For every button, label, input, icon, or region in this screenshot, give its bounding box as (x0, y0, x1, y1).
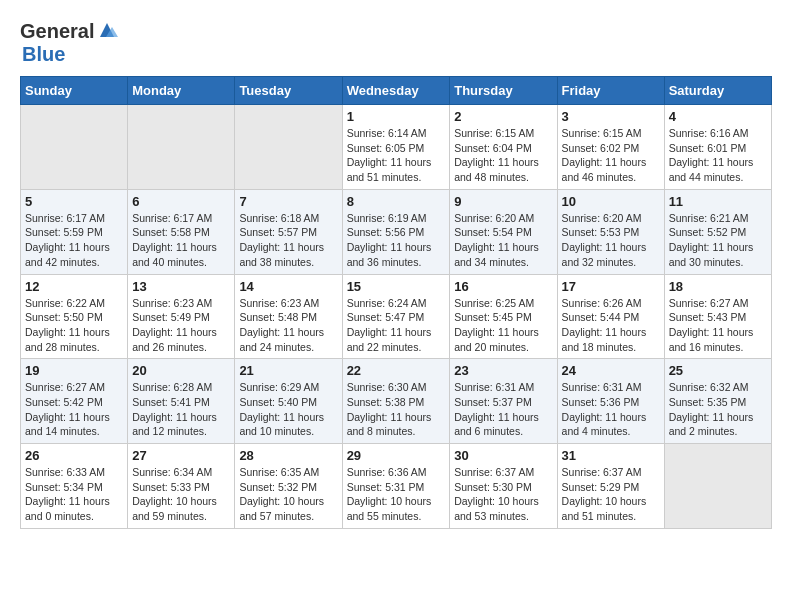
day-number: 7 (239, 194, 337, 209)
day-number: 23 (454, 363, 552, 378)
empty-cell (235, 105, 342, 190)
empty-cell (664, 444, 771, 529)
day-cell-2: 2Sunrise: 6:15 AM Sunset: 6:04 PM Daylig… (450, 105, 557, 190)
day-number: 22 (347, 363, 446, 378)
day-cell-22: 22Sunrise: 6:30 AM Sunset: 5:38 PM Dayli… (342, 359, 450, 444)
day-info: Sunrise: 6:36 AM Sunset: 5:31 PM Dayligh… (347, 465, 446, 524)
day-cell-14: 14Sunrise: 6:23 AM Sunset: 5:48 PM Dayli… (235, 274, 342, 359)
day-info: Sunrise: 6:30 AM Sunset: 5:38 PM Dayligh… (347, 380, 446, 439)
day-info: Sunrise: 6:18 AM Sunset: 5:57 PM Dayligh… (239, 211, 337, 270)
day-cell-1: 1Sunrise: 6:14 AM Sunset: 6:05 PM Daylig… (342, 105, 450, 190)
day-cell-4: 4Sunrise: 6:16 AM Sunset: 6:01 PM Daylig… (664, 105, 771, 190)
logo-icon (96, 19, 118, 41)
day-cell-13: 13Sunrise: 6:23 AM Sunset: 5:49 PM Dayli… (128, 274, 235, 359)
day-cell-24: 24Sunrise: 6:31 AM Sunset: 5:36 PM Dayli… (557, 359, 664, 444)
day-info: Sunrise: 6:17 AM Sunset: 5:59 PM Dayligh… (25, 211, 123, 270)
day-number: 12 (25, 279, 123, 294)
day-number: 10 (562, 194, 660, 209)
day-number: 19 (25, 363, 123, 378)
day-number: 1 (347, 109, 446, 124)
day-cell-18: 18Sunrise: 6:27 AM Sunset: 5:43 PM Dayli… (664, 274, 771, 359)
day-number: 29 (347, 448, 446, 463)
day-number: 15 (347, 279, 446, 294)
day-cell-5: 5Sunrise: 6:17 AM Sunset: 5:59 PM Daylig… (21, 189, 128, 274)
day-number: 16 (454, 279, 552, 294)
day-info: Sunrise: 6:28 AM Sunset: 5:41 PM Dayligh… (132, 380, 230, 439)
day-number: 25 (669, 363, 767, 378)
logo-blue-text: Blue (22, 43, 65, 65)
day-cell-8: 8Sunrise: 6:19 AM Sunset: 5:56 PM Daylig… (342, 189, 450, 274)
day-cell-15: 15Sunrise: 6:24 AM Sunset: 5:47 PM Dayli… (342, 274, 450, 359)
day-info: Sunrise: 6:31 AM Sunset: 5:36 PM Dayligh… (562, 380, 660, 439)
day-info: Sunrise: 6:31 AM Sunset: 5:37 PM Dayligh… (454, 380, 552, 439)
day-info: Sunrise: 6:25 AM Sunset: 5:45 PM Dayligh… (454, 296, 552, 355)
day-cell-16: 16Sunrise: 6:25 AM Sunset: 5:45 PM Dayli… (450, 274, 557, 359)
day-info: Sunrise: 6:15 AM Sunset: 6:02 PM Dayligh… (562, 126, 660, 185)
day-info: Sunrise: 6:24 AM Sunset: 5:47 PM Dayligh… (347, 296, 446, 355)
day-number: 28 (239, 448, 337, 463)
day-number: 5 (25, 194, 123, 209)
day-number: 18 (669, 279, 767, 294)
week-row-4: 19Sunrise: 6:27 AM Sunset: 5:42 PM Dayli… (21, 359, 772, 444)
day-info: Sunrise: 6:27 AM Sunset: 5:43 PM Dayligh… (669, 296, 767, 355)
day-number: 27 (132, 448, 230, 463)
day-number: 21 (239, 363, 337, 378)
week-row-2: 5Sunrise: 6:17 AM Sunset: 5:59 PM Daylig… (21, 189, 772, 274)
day-cell-11: 11Sunrise: 6:21 AM Sunset: 5:52 PM Dayli… (664, 189, 771, 274)
day-info: Sunrise: 6:14 AM Sunset: 6:05 PM Dayligh… (347, 126, 446, 185)
day-info: Sunrise: 6:20 AM Sunset: 5:53 PM Dayligh… (562, 211, 660, 270)
day-info: Sunrise: 6:20 AM Sunset: 5:54 PM Dayligh… (454, 211, 552, 270)
week-row-3: 12Sunrise: 6:22 AM Sunset: 5:50 PM Dayli… (21, 274, 772, 359)
day-cell-6: 6Sunrise: 6:17 AM Sunset: 5:58 PM Daylig… (128, 189, 235, 274)
day-cell-28: 28Sunrise: 6:35 AM Sunset: 5:32 PM Dayli… (235, 444, 342, 529)
day-info: Sunrise: 6:33 AM Sunset: 5:34 PM Dayligh… (25, 465, 123, 524)
day-number: 11 (669, 194, 767, 209)
page-header: General Blue (20, 20, 772, 66)
day-number: 14 (239, 279, 337, 294)
day-number: 2 (454, 109, 552, 124)
day-cell-29: 29Sunrise: 6:36 AM Sunset: 5:31 PM Dayli… (342, 444, 450, 529)
day-info: Sunrise: 6:26 AM Sunset: 5:44 PM Dayligh… (562, 296, 660, 355)
day-header-wednesday: Wednesday (342, 77, 450, 105)
day-number: 8 (347, 194, 446, 209)
day-info: Sunrise: 6:17 AM Sunset: 5:58 PM Dayligh… (132, 211, 230, 270)
day-info: Sunrise: 6:37 AM Sunset: 5:30 PM Dayligh… (454, 465, 552, 524)
day-number: 6 (132, 194, 230, 209)
day-number: 9 (454, 194, 552, 209)
day-number: 3 (562, 109, 660, 124)
day-header-monday: Monday (128, 77, 235, 105)
day-number: 20 (132, 363, 230, 378)
day-number: 30 (454, 448, 552, 463)
day-cell-9: 9Sunrise: 6:20 AM Sunset: 5:54 PM Daylig… (450, 189, 557, 274)
day-cell-23: 23Sunrise: 6:31 AM Sunset: 5:37 PM Dayli… (450, 359, 557, 444)
day-header-thursday: Thursday (450, 77, 557, 105)
day-cell-26: 26Sunrise: 6:33 AM Sunset: 5:34 PM Dayli… (21, 444, 128, 529)
day-cell-21: 21Sunrise: 6:29 AM Sunset: 5:40 PM Dayli… (235, 359, 342, 444)
day-cell-31: 31Sunrise: 6:37 AM Sunset: 5:29 PM Dayli… (557, 444, 664, 529)
day-header-friday: Friday (557, 77, 664, 105)
day-cell-10: 10Sunrise: 6:20 AM Sunset: 5:53 PM Dayli… (557, 189, 664, 274)
day-number: 17 (562, 279, 660, 294)
day-header-saturday: Saturday (664, 77, 771, 105)
day-number: 4 (669, 109, 767, 124)
day-cell-19: 19Sunrise: 6:27 AM Sunset: 5:42 PM Dayli… (21, 359, 128, 444)
day-header-tuesday: Tuesday (235, 77, 342, 105)
empty-cell (21, 105, 128, 190)
week-row-5: 26Sunrise: 6:33 AM Sunset: 5:34 PM Dayli… (21, 444, 772, 529)
day-cell-7: 7Sunrise: 6:18 AM Sunset: 5:57 PM Daylig… (235, 189, 342, 274)
days-header-row: SundayMondayTuesdayWednesdayThursdayFrid… (21, 77, 772, 105)
day-cell-25: 25Sunrise: 6:32 AM Sunset: 5:35 PM Dayli… (664, 359, 771, 444)
day-header-sunday: Sunday (21, 77, 128, 105)
day-number: 13 (132, 279, 230, 294)
day-cell-30: 30Sunrise: 6:37 AM Sunset: 5:30 PM Dayli… (450, 444, 557, 529)
day-cell-27: 27Sunrise: 6:34 AM Sunset: 5:33 PM Dayli… (128, 444, 235, 529)
day-info: Sunrise: 6:21 AM Sunset: 5:52 PM Dayligh… (669, 211, 767, 270)
day-info: Sunrise: 6:27 AM Sunset: 5:42 PM Dayligh… (25, 380, 123, 439)
day-cell-17: 17Sunrise: 6:26 AM Sunset: 5:44 PM Dayli… (557, 274, 664, 359)
day-info: Sunrise: 6:37 AM Sunset: 5:29 PM Dayligh… (562, 465, 660, 524)
day-number: 24 (562, 363, 660, 378)
day-info: Sunrise: 6:35 AM Sunset: 5:32 PM Dayligh… (239, 465, 337, 524)
calendar-table: SundayMondayTuesdayWednesdayThursdayFrid… (20, 76, 772, 529)
day-cell-20: 20Sunrise: 6:28 AM Sunset: 5:41 PM Dayli… (128, 359, 235, 444)
logo: General Blue (20, 20, 118, 66)
